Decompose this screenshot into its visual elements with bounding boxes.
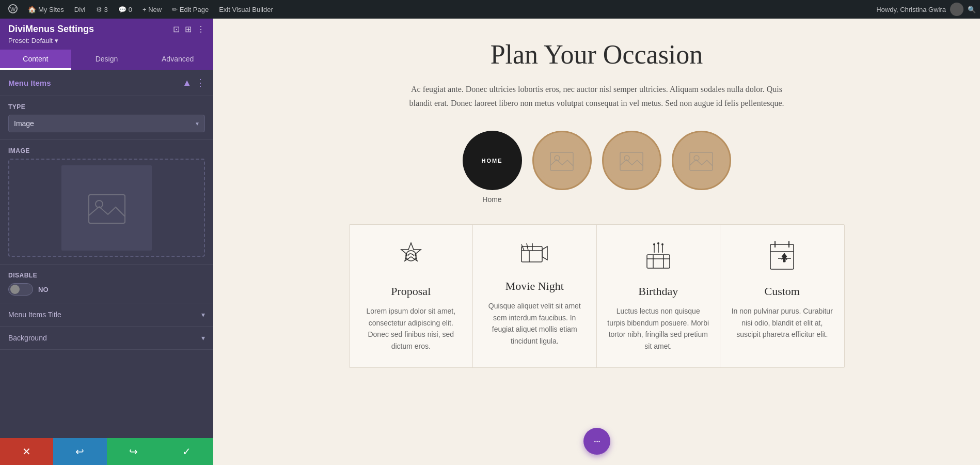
image-field-group: Image: [0, 140, 213, 265]
collapse-icon[interactable]: ▲: [182, 78, 192, 88]
svg-rect-12: [521, 246, 542, 262]
redo-button[interactable]: ↪: [107, 438, 160, 465]
card-title-proposal: Proposal: [391, 285, 431, 298]
svg-rect-16: [647, 255, 670, 268]
svg-point-24: [657, 242, 659, 244]
panel-content: Menu Items ▲ ⋮ Type Image Icon Text None: [0, 70, 213, 438]
exit-builder-button[interactable]: Exit Visual Builder: [215, 4, 277, 16]
menu-label-3: [602, 195, 661, 204]
bottom-toolbar: ✕ ↩ ↪ ✓: [0, 438, 213, 465]
cancel-button[interactable]: ✕: [0, 438, 53, 465]
search-icon[interactable]: 🔍: [968, 6, 976, 13]
svg-point-23: [653, 243, 655, 245]
new-button[interactable]: + New: [138, 4, 166, 16]
cancel-icon: ✕: [22, 445, 31, 458]
background-header[interactable]: Background ▾: [0, 327, 213, 349]
image-upload-area[interactable]: [8, 159, 205, 257]
card-movie-night: Movie Night Quisque aliquet velit sit am…: [473, 225, 597, 367]
card-text-movie: Quisque aliquet velit sit amet sem inter…: [483, 300, 586, 347]
my-sites-button[interactable]: 🏠 My Sites: [24, 4, 68, 16]
menu-circle-home[interactable]: HOME: [463, 131, 522, 190]
section-more-icon[interactable]: ⋮: [196, 77, 205, 88]
save-button[interactable]: ✓: [160, 438, 213, 465]
background-section: Background ▾: [0, 327, 213, 350]
card-text-birthday: Luctus lectus non quisque turpis bibendu…: [607, 305, 710, 352]
svg-rect-2: [89, 195, 125, 223]
disable-field-group: Disable NO: [0, 265, 213, 303]
panel-title: DiviMenus Settings: [8, 24, 94, 35]
resize-icon[interactable]: ⊡: [173, 24, 180, 34]
circle-inner-4: [677, 136, 726, 185]
svg-text:W: W: [10, 6, 16, 12]
svg-point-25: [661, 243, 663, 245]
panel-header: DiviMenus Settings ⊡ ⊞ ⋮ Preset: Default…: [0, 19, 213, 50]
disable-toggle[interactable]: [8, 283, 33, 296]
undo-icon: ↩: [75, 445, 84, 458]
tab-advanced[interactable]: Advanced: [142, 50, 213, 70]
svg-rect-6: [620, 152, 643, 171]
page-description: Ac feugiat ante. Donec ultricies loborti…: [403, 82, 791, 110]
menu-items-title-header[interactable]: Menu Items Title ▾: [0, 303, 213, 326]
menu-items-title: Menu Items: [8, 79, 51, 87]
card-title-custom: Custom: [765, 285, 800, 298]
menu-items-title-label: Menu Items Title: [8, 311, 61, 319]
card-birthday: Birthday Luctus lectus non quisque turpi…: [597, 225, 721, 367]
edit-page-button[interactable]: ✏ Edit Page: [168, 4, 213, 16]
left-panel: DiviMenus Settings ⊡ ⊞ ⋮ Preset: Default…: [0, 19, 213, 465]
menu-items-section-header: Menu Items ▲ ⋮: [0, 70, 213, 96]
menu-circle-2[interactable]: [532, 131, 592, 190]
menu-label-2: [532, 195, 592, 204]
disable-label: Disable: [8, 272, 205, 279]
card-text-proposal: Lorem ipsum dolor sit amet, consectetur …: [360, 305, 463, 352]
svg-line-14: [527, 243, 528, 251]
svg-point-11: [406, 251, 416, 261]
menu-circle-4[interactable]: [672, 131, 731, 190]
circle-text-home: HOME: [482, 158, 503, 164]
avatar: [950, 3, 963, 16]
admin-bar: W 🏠 My Sites Divi ⚙ 3 💬 0 + New ✏ Edit P…: [0, 0, 980, 19]
circle-inner-3: [607, 136, 656, 185]
menu-circle-3[interactable]: [602, 131, 661, 190]
chevron-down-icon: ▾: [201, 311, 205, 319]
canvas-content: Plan Your Occasion Ac feugiat ante. Done…: [339, 19, 855, 399]
wp-icon-button[interactable]: W: [4, 2, 22, 17]
undo-button[interactable]: ↩: [53, 438, 106, 465]
card-text-custom: In non pulvinar purus. Curabitur nisi od…: [731, 305, 834, 340]
type-field-group: Type Image Icon Text None: [0, 96, 213, 140]
chevron-down-icon-bg: ▾: [201, 334, 205, 342]
menu-circles: HOME: [349, 131, 845, 190]
sites-icon: 🏠: [28, 6, 36, 13]
redo-icon: ↪: [129, 445, 138, 458]
menu-items-title-section: Menu Items Title ▾: [0, 303, 213, 327]
fab-button[interactable]: ···: [583, 428, 610, 455]
menu-label-4: [672, 195, 731, 204]
tab-design[interactable]: Design: [71, 50, 143, 70]
image-label: Image: [8, 147, 205, 154]
card-proposal: Proposal Lorem ipsum dolor sit amet, con…: [350, 225, 473, 367]
save-icon: ✓: [182, 445, 191, 458]
cards-grid: Proposal Lorem ipsum dolor sit amet, con…: [349, 224, 845, 368]
svg-rect-4: [550, 152, 573, 171]
right-canvas: Plan Your Occasion Ac feugiat ante. Done…: [213, 19, 980, 465]
tab-content[interactable]: Content: [0, 50, 71, 70]
preset-selector[interactable]: Preset: Default ▾: [8, 37, 205, 44]
grid-icon[interactable]: ⊞: [185, 24, 192, 34]
type-label: Type: [8, 103, 205, 111]
divi-button[interactable]: Divi: [70, 4, 90, 16]
comments-icon: ⚙: [96, 6, 102, 13]
toggle-knob: [10, 285, 20, 294]
more-options-icon[interactable]: ⋮: [197, 24, 205, 34]
bubble-icon: 💬: [118, 6, 127, 13]
card-title-movie: Movie Night: [505, 280, 564, 293]
svg-rect-8: [690, 152, 713, 171]
wp-icon: W: [8, 4, 18, 15]
svg-marker-10: [401, 243, 421, 261]
circle-inner-2: [538, 136, 587, 185]
card-icon-birthday: [643, 240, 674, 275]
comments-button[interactable]: ⚙ 3: [92, 4, 112, 16]
card-icon-custom: [768, 240, 796, 275]
type-select[interactable]: Image Icon Text None: [8, 115, 205, 132]
panel-tabs: Content Design Advanced: [0, 50, 213, 70]
card-custom: Custom In non pulvinar purus. Curabitur …: [720, 225, 844, 367]
comments-bubble-button[interactable]: 💬 0: [114, 4, 136, 16]
